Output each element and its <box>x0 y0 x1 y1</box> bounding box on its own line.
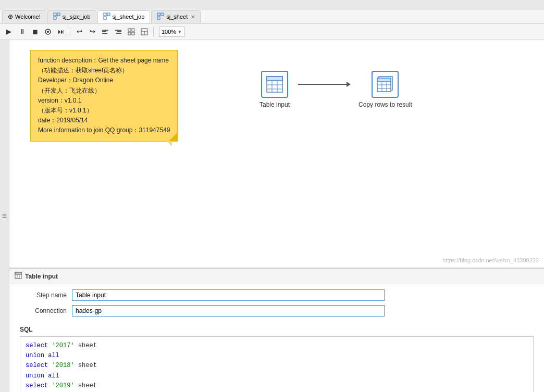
watermark: https://blog.csdn.net/weixn_43398232 <box>442 257 539 263</box>
preview-button[interactable] <box>42 26 54 37</box>
copy-rows-icon-box <box>372 71 399 98</box>
align-right-button[interactable] <box>113 26 124 37</box>
svg-rect-14 <box>115 30 121 31</box>
svg-rect-17 <box>128 29 131 31</box>
undo-button[interactable]: ↩ <box>73 26 85 37</box>
svg-rect-13 <box>102 33 107 34</box>
svg-rect-1 <box>57 13 60 16</box>
svg-rect-38 <box>15 272 21 274</box>
connection-input[interactable] <box>72 305 385 317</box>
zoom-control[interactable]: 100% ▼ <box>159 27 184 37</box>
run-button[interactable]: ▶ <box>3 26 15 37</box>
svg-rect-15 <box>117 31 121 32</box>
tab-welcome-label: Welcome! <box>15 14 41 20</box>
sql-line-5: select '2019' sheet <box>26 381 528 391</box>
stop-button[interactable]: ◼ <box>29 26 41 37</box>
svg-rect-16 <box>116 33 121 34</box>
note-corner <box>169 133 177 141</box>
sql-editor[interactable]: select '2017' sheet union all select '20… <box>20 336 534 392</box>
svg-rect-4 <box>107 13 110 16</box>
panel-header-icon <box>15 272 22 281</box>
toolbar-sep-2 <box>153 27 154 36</box>
copy-rows-svg <box>376 75 394 93</box>
note-line-3: Developer：Dragon Online <box>38 75 170 85</box>
svg-rect-7 <box>161 13 164 16</box>
copy-rows-node[interactable]: Copy rows to result <box>358 71 412 108</box>
sidebar-handle: ≡ <box>0 40 9 392</box>
svg-rect-5 <box>104 17 106 19</box>
zoom-dropdown-icon: ▼ <box>177 29 182 34</box>
top-bar <box>0 0 544 9</box>
run-next-button[interactable]: ⏭ <box>55 26 67 37</box>
sql-line-3: select '2018' sheet <box>26 361 528 371</box>
svg-rect-11 <box>102 30 108 31</box>
step-form: Step name Connection <box>9 284 544 326</box>
grid-button[interactable] <box>126 26 137 37</box>
arrow-line <box>298 84 350 85</box>
panel-header: Table input <box>9 269 544 284</box>
note-line-2: （功能描述：获取sheet页名称） <box>38 66 170 75</box>
copy-rows-label: Copy rows to result <box>358 101 412 108</box>
note-line-1: function description：Get the sheet page … <box>38 56 170 66</box>
note-line-7: date：2019/05/14 <box>38 116 170 125</box>
toolbar-sep-1 <box>70 27 70 36</box>
main-area: ≡ function description：Get the sheet pag… <box>0 40 544 392</box>
layout-button[interactable] <box>139 26 150 37</box>
left-sidebar: ≡ <box>0 40 9 392</box>
step-name-row: Step name <box>20 289 534 301</box>
connection-row: Connection <box>20 305 534 317</box>
tab-sheet-label: sj_sheet <box>166 14 188 20</box>
step-name-label: Step name <box>20 292 67 299</box>
table-input-node[interactable]: Table input <box>259 71 290 108</box>
bottom-panel: Table input Step name Connection SQL sel… <box>9 269 544 392</box>
sql-line-2: union all <box>26 351 528 361</box>
align-left-button[interactable] <box>100 26 111 37</box>
table-input-label: Table input <box>259 101 290 108</box>
tab-sj-sjzc-job[interactable]: sj_sjzc_job <box>47 10 96 23</box>
svg-rect-2 <box>54 17 56 19</box>
svg-rect-6 <box>157 13 160 16</box>
note-line-4: （开发人：飞龙在线） <box>38 86 170 96</box>
table-input-icon-box <box>261 71 288 98</box>
note-line-6: （版本号：v1.0.1） <box>38 106 170 116</box>
note-line-5: version：v1.0.1 <box>38 96 170 106</box>
svg-rect-18 <box>132 29 134 31</box>
sheet-tab-icon <box>157 12 164 21</box>
redo-button[interactable]: ↪ <box>86 26 98 37</box>
svg-rect-19 <box>128 32 131 35</box>
sql-section: SQL select '2017' sheet union all select… <box>9 326 544 392</box>
tab-sjzc-label: sj_sjzc_job <box>63 14 91 20</box>
tab-sj-sheet-job[interactable]: sj_sheet_job <box>97 10 151 23</box>
step-name-input[interactable] <box>72 289 385 301</box>
svg-rect-25 <box>267 77 282 81</box>
flow-arrow <box>298 84 350 85</box>
zoom-value: 100% <box>162 29 176 35</box>
svg-point-10 <box>47 31 49 33</box>
connection-label: Connection <box>20 307 67 314</box>
panel-title: Table input <box>25 273 58 280</box>
tab-bar: ⊕ Welcome! sj_sjzc_job sj_sheet_job sj_s… <box>0 9 544 24</box>
sheet-job-tab-icon <box>103 12 110 21</box>
note-line-8: More information to join QQ group：311947… <box>38 125 170 135</box>
svg-rect-8 <box>157 17 160 19</box>
svg-rect-3 <box>104 13 106 16</box>
toolbar: ▶ ⏸ ◼ ⏭ ↩ ↪ 100% ▼ <box>0 24 544 40</box>
note-box: function description：Get the sheet page … <box>30 50 178 142</box>
flow-diagram: Table input <box>259 71 412 108</box>
svg-rect-20 <box>132 32 134 35</box>
welcome-tab-icon: ⊕ <box>8 13 13 20</box>
svg-rect-32 <box>377 78 391 82</box>
table-input-svg <box>266 75 283 93</box>
svg-rect-12 <box>102 31 106 32</box>
tab-sheet-close[interactable]: ✕ <box>191 14 195 20</box>
sql-label: SQL <box>20 326 534 333</box>
tab-sheet-job-label: sj_sheet_job <box>113 14 145 20</box>
tab-welcome[interactable]: ⊕ Welcome! <box>2 10 46 23</box>
pause-button[interactable]: ⏸ <box>16 26 28 37</box>
svg-rect-0 <box>54 13 56 16</box>
sjzc-tab-icon <box>53 12 60 21</box>
sql-line-1: select '2017' sheet <box>26 341 528 351</box>
tab-sj-sheet[interactable]: sj_sheet ✕ <box>151 10 201 23</box>
sql-line-4: union all <box>26 371 528 381</box>
canvas-area: function description：Get the sheet page … <box>9 40 544 269</box>
